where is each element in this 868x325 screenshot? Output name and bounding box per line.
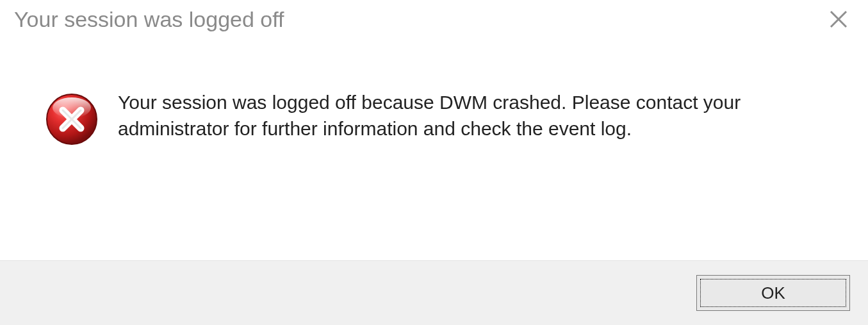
dialog-title: Your session was logged off	[14, 7, 284, 32]
button-row: OK	[0, 260, 868, 325]
error-icon	[45, 92, 99, 149]
close-button[interactable]	[823, 4, 854, 35]
ok-button[interactable]: OK	[696, 275, 850, 311]
dialog-message: Your session was logged off because DWM …	[118, 90, 810, 142]
close-icon	[829, 10, 848, 29]
ok-button-label: OK	[761, 283, 785, 303]
title-bar: Your session was logged off	[0, 0, 868, 38]
dialog-body: Your session was logged off because DWM …	[0, 38, 868, 260]
error-dialog: Your session was logged off	[0, 0, 868, 325]
